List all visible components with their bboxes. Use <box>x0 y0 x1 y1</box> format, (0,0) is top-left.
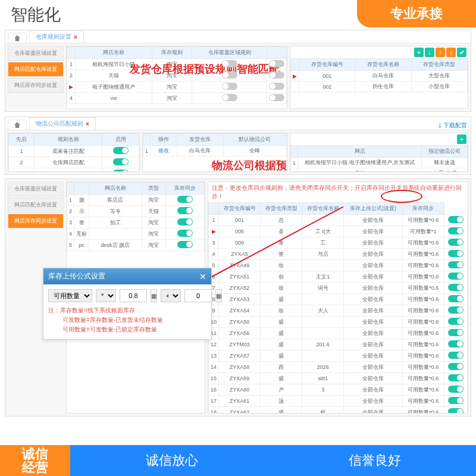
down-button[interactable]: ↓ <box>446 48 456 57</box>
toggle[interactable] <box>113 170 129 172</box>
sidebar-item-sync-c[interactable]: 网店库存同步设置 <box>8 214 64 228</box>
table-row[interactable]: 12ZYTM03盛201.6全部仓库可用数量*0.6 <box>209 339 468 350</box>
toggle[interactable] <box>113 147 129 154</box>
toggle[interactable] <box>448 374 464 381</box>
toggle[interactable] <box>448 352 464 359</box>
sidebar-item-area-c[interactable]: 仓库覆盖区域设置 <box>8 181 64 196</box>
calc-icon-2[interactable]: ▦ <box>215 289 222 302</box>
toggle[interactable] <box>269 83 284 90</box>
op1-select[interactable]: * <box>96 289 116 302</box>
table-row[interactable]: 7ZYXA52妆词号全部仓库可用数量*0.6 <box>209 283 468 294</box>
table-row[interactable]: 2示等专天猫 <box>67 206 205 217</box>
table-row[interactable]: 1卖家备注匹配 <box>9 146 139 157</box>
toggle[interactable] <box>269 60 284 67</box>
table-row[interactable]: 1001总全部仓库可用数量*0.6 <box>209 215 468 226</box>
toggle[interactable] <box>222 94 237 101</box>
table-row[interactable]: 2天猫申通e物流 <box>291 168 468 173</box>
table-row[interactable]: 10ZYXA50盛全部仓库可用数量*0.6 <box>209 317 468 328</box>
toggle[interactable] <box>269 94 284 101</box>
toggle[interactable] <box>222 71 237 79</box>
toggle[interactable] <box>448 261 464 268</box>
table-row[interactable]: 16ZYXA60户3全部仓库可用数量*0.6 <box>209 384 468 396</box>
table-row[interactable]: 8ZYXA53盛全部仓库可用数量*0.6 <box>209 294 468 305</box>
sidebar-item-shop-c[interactable]: 网店匹配仓库设置 <box>8 198 64 212</box>
table-row[interactable]: 3签拍工淘宝 <box>67 217 205 228</box>
table-row[interactable]: 1旗客店店淘宝 <box>67 195 205 206</box>
tab-home-a[interactable] <box>8 33 27 43</box>
toggle[interactable] <box>177 230 193 237</box>
table-row[interactable]: 5ZYXA49妆全部仓库可用数量*0.6 <box>209 260 468 271</box>
toggle[interactable] <box>222 60 237 67</box>
toggle[interactable] <box>448 340 464 347</box>
tab-active-b[interactable]: 物流公司匹配规则 × <box>29 117 96 130</box>
toggle[interactable] <box>448 273 464 280</box>
table-row[interactable]: 4ZYXA5签与店全部仓库可用数量*0.6 <box>209 249 468 260</box>
table-row[interactable]: ▶005圣工 I(大全部仓库可用数量*1 <box>209 226 468 237</box>
toggle[interactable] <box>448 318 464 325</box>
up-button[interactable]: ↑ <box>436 48 445 57</box>
card-rule-priority: 先后规则名称启用 1卖家备注匹配 2仓库网店匹配 3仓库区域匹配 ↑ ↓ ✔ <box>8 133 140 172</box>
save-button[interactable]: ✔ <box>457 48 466 57</box>
table-row[interactable]: 5pcdesk店 旗店淘宝 <box>67 240 205 251</box>
table-row[interactable]: ▶电子图纳维通用户淘宝 <box>67 82 287 93</box>
table-row[interactable]: 3仓库区域匹配 <box>9 168 139 173</box>
sidebar-item-shop-match[interactable]: 网店匹配仓库设置 <box>8 62 64 77</box>
toggle[interactable] <box>177 196 193 203</box>
table-row[interactable]: 2仓库网店匹配 <box>9 157 139 168</box>
download-config-link[interactable]: ⇩ 下载配置 <box>437 121 467 130</box>
calc-icon[interactable]: ▦ <box>151 289 157 302</box>
sidebar-item-area[interactable]: 仓库覆盖区域设置 <box>8 46 64 61</box>
table-row[interactable]: 6ZYXA51创主文1全部仓库可用数量*0.6 <box>209 271 468 283</box>
table-row[interactable]: 3009签工全部仓库可用数量*0.6 <box>209 237 468 249</box>
toggle[interactable] <box>448 295 464 302</box>
toggle[interactable] <box>177 218 193 226</box>
sidebar-item-sync[interactable]: 网店库存同步设置 <box>8 78 64 93</box>
qty-basis-select[interactable]: 可用数量 <box>48 289 92 302</box>
table-row[interactable]: 2天猫淘宝 <box>67 70 287 82</box>
val1-input[interactable] <box>120 289 147 302</box>
toggle[interactable] <box>448 250 464 257</box>
table-row[interactable]: 1修改白马仓库全峰 <box>143 146 287 156</box>
table-row[interactable]: 13ZYXA57盛全部仓库可用数量*0.6 <box>209 350 468 362</box>
toggle[interactable] <box>448 227 464 234</box>
toggle[interactable] <box>448 216 464 223</box>
toggle[interactable] <box>448 306 464 314</box>
toggle[interactable] <box>177 241 193 248</box>
table-warehouses-a: 存货仓库编号存货仓库名称存货仓库类型 ▶001白马仓库大型仓库 002协生仓库小… <box>290 58 468 92</box>
val2-input[interactable] <box>184 289 212 302</box>
toggle[interactable] <box>448 408 464 414</box>
toggle[interactable] <box>448 284 464 291</box>
toggle[interactable] <box>222 83 237 90</box>
top-ribbon: 专业承接 <box>357 0 476 27</box>
toggle[interactable] <box>448 397 464 404</box>
table-row[interactable]: 4无标淘宝 <box>67 228 205 240</box>
toggle[interactable] <box>177 207 193 214</box>
op2-select[interactable]: + <box>161 289 181 302</box>
add-row-button[interactable]: + <box>457 134 466 144</box>
table-row[interactable]: 4vw淘宝 <box>67 93 287 104</box>
toggle[interactable] <box>448 363 464 370</box>
table-row[interactable]: 1相机海报节日小猫淘宝 <box>67 59 287 70</box>
table-row[interactable]: 9ZYXA54妆大人全部仓库可用数量*0.6 <box>209 305 468 317</box>
table-row[interactable]: 15ZYXA59盛sitt1全部仓库可用数量*0.6 <box>209 373 468 384</box>
toggle[interactable] <box>448 239 464 246</box>
add-button[interactable]: + <box>414 48 424 57</box>
toggle[interactable] <box>448 386 464 393</box>
table-row[interactable]: 14ZYXA58西2026全部仓库可用数量*0.6 <box>209 362 468 373</box>
download-button[interactable]: ↓ <box>425 48 434 57</box>
tab-active-a[interactable]: 仓库规则设置 × <box>29 30 84 43</box>
close-icon[interactable]: × <box>74 34 77 40</box>
modal-close-icon[interactable]: ✕ <box>199 272 206 281</box>
toggle[interactable] <box>448 329 464 336</box>
modal-titlebar[interactable]: 库存上传公式设置 ✕ <box>43 268 211 284</box>
close-icon[interactable]: × <box>86 121 89 127</box>
toggle[interactable] <box>269 71 284 79</box>
table-row[interactable]: ▶001白马仓库大型仓库 <box>291 71 468 82</box>
toggle[interactable] <box>113 158 129 165</box>
table-row[interactable]: 002协生仓库小型仓库 <box>291 82 468 92</box>
table-row[interactable]: 11ZYXA56盛全部仓库可用数量*0.6 <box>209 328 468 339</box>
table-row[interactable]: 17ZYXA61荡全部仓库可用数量*0.6 <box>209 396 468 407</box>
tab-home-b[interactable] <box>8 120 27 130</box>
table-row[interactable]: 18ZYXA62盛相全部仓库可用数量*0.6 <box>209 407 468 414</box>
table-row[interactable]: 1相机海报节日小猫,电子图纳维通用户,京东测试顺丰速递 <box>291 158 468 168</box>
